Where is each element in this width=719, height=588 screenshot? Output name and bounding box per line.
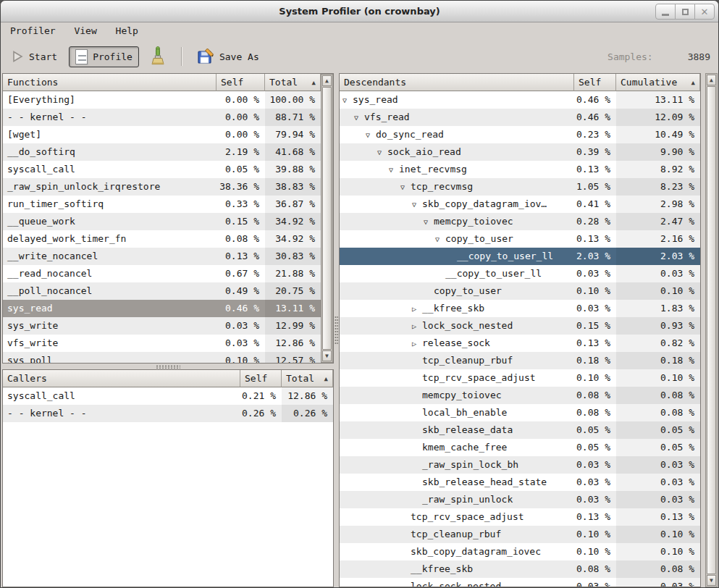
- expander-open-icon[interactable]: ▽: [377, 144, 387, 161]
- tree-row[interactable]: __copy_to_user_ll2.03 %2.03 %: [340, 248, 700, 265]
- tree-row[interactable]: ▽vfs_read0.46 %12.09 %: [340, 109, 700, 126]
- tree-row[interactable]: ▽sys_read0.46 %13.11 %: [340, 91, 700, 109]
- table-row[interactable]: __queue_work0.15 %34.92 %: [3, 213, 321, 230]
- tree-row[interactable]: tcp_cleanup_rbuf0.18 %0.18 %: [340, 352, 700, 369]
- table-row[interactable]: syscall_call0.21 %12.86 %: [3, 387, 333, 405]
- tree-row[interactable]: _raw_spin_unlock0.03 %0.03 %: [340, 491, 700, 508]
- save-as-button[interactable]: Save As: [191, 46, 265, 67]
- tree-row[interactable]: ▽sock_aio_read0.39 %9.90 %: [340, 143, 700, 161]
- tree-row[interactable]: copy_to_user0.10 %0.10 %: [340, 282, 700, 300]
- tree-row[interactable]: local_bh_enable0.08 %0.08 %: [340, 404, 700, 421]
- expander-closed-icon[interactable]: ▷: [412, 318, 422, 335]
- tree-row[interactable]: skb_release_head_state0.03 %0.03 %: [340, 474, 700, 491]
- menu-profiler[interactable]: Profiler: [4, 22, 62, 39]
- expander-closed-icon[interactable]: ▷: [412, 301, 422, 317]
- table-row[interactable]: delayed_work_timer_fn0.08 %34.92 %: [3, 230, 321, 248]
- column-header-self[interactable]: Self: [240, 370, 282, 387]
- row-label: _raw_spin_unlock: [340, 491, 574, 508]
- tree-row[interactable]: ▽tcp_recvmsg1.05 %8.23 %: [340, 178, 700, 196]
- row-self-value: 0.05 %: [216, 161, 265, 178]
- start-button[interactable]: Start: [5, 48, 63, 65]
- scroll-down-button[interactable]: ▼: [707, 575, 716, 586]
- scrollbar-thumb[interactable]: [322, 87, 332, 350]
- tree-row[interactable]: kmem_cache_free0.05 %0.05 %: [340, 439, 700, 456]
- callers-panel: Callers Self Total▲ syscall_call0.21 %12…: [2, 369, 334, 587]
- tree-row[interactable]: ▷lock_sock_nested0.15 %0.93 %: [340, 317, 700, 335]
- table-row[interactable]: sys_read0.46 %13.11 %: [3, 300, 321, 317]
- tree-row[interactable]: ▽skb_copy_datagram_iov…0.41 %2.98 %: [340, 196, 700, 213]
- table-row[interactable]: sys_write0.03 %12.99 %: [3, 317, 321, 335]
- titlebar[interactable]: System Profiler (on crownbay) ✕: [1, 1, 718, 22]
- tree-row[interactable]: __copy_to_user_ll0.03 %0.03 %: [340, 265, 700, 282]
- row-label: skb_copy_datagram_iovec: [340, 543, 574, 560]
- table-row[interactable]: [wget]0.00 %79.94 %: [3, 126, 321, 143]
- expander-open-icon[interactable]: ▽: [424, 214, 434, 230]
- minimize-button[interactable]: [655, 4, 676, 20]
- tree-row[interactable]: __kfree_skb0.08 %0.08 %: [340, 560, 700, 578]
- tree-row[interactable]: ▷__kfree_skb0.03 %1.83 %: [340, 300, 700, 317]
- menu-help[interactable]: Help: [109, 22, 145, 39]
- table-row[interactable]: _raw_spin_unlock_irqrestore38.36 %38.83 …: [3, 178, 321, 196]
- reset-button[interactable]: [143, 44, 172, 69]
- table-row[interactable]: vfs_write0.03 %12.86 %: [3, 335, 321, 352]
- tree-row[interactable]: skb_copy_datagram_iovec0.10 %0.10 %: [340, 543, 700, 560]
- tree-row[interactable]: _raw_spin_lock_bh0.03 %0.03 %: [340, 456, 700, 474]
- maximize-button[interactable]: [675, 4, 695, 20]
- column-header-descendants[interactable]: Descendants: [340, 74, 574, 91]
- table-row[interactable]: __poll_nocancel0.49 %20.75 %: [3, 282, 321, 300]
- expander-open-icon[interactable]: ▽: [412, 196, 422, 213]
- row-cumulative-value: 0.03 %: [616, 474, 700, 491]
- tree-row[interactable]: lock_sock_nested0.03 %0.03 %: [340, 578, 700, 587]
- scroll-up-button[interactable]: ▲: [707, 75, 716, 85]
- menu-view[interactable]: View: [67, 22, 103, 39]
- scroll-down-button[interactable]: ▼: [322, 350, 332, 361]
- descendants-rows: ▽sys_read0.46 %13.11 %▽vfs_read0.46 %12.…: [340, 91, 700, 587]
- horizontal-pane-handle[interactable]: [2, 364, 334, 369]
- column-header-functions[interactable]: Functions: [3, 74, 216, 91]
- tree-row[interactable]: memcpy_toiovec0.08 %0.08 %: [340, 387, 700, 404]
- close-button[interactable]: ✕: [694, 4, 715, 20]
- tree-row[interactable]: skb_release_data0.05 %0.05 %: [340, 421, 700, 439]
- column-header-cumulative[interactable]: Cumulative▲: [616, 74, 700, 91]
- row-cumulative-value: 0.13 %: [616, 508, 700, 526]
- expander-open-icon[interactable]: ▽: [342, 92, 353, 109]
- expander-open-icon[interactable]: ▽: [389, 161, 399, 178]
- row-label: sys_write: [3, 317, 216, 335]
- descendants-scrollbar[interactable]: ▲ ▼: [705, 73, 718, 587]
- profile-button[interactable]: Profile: [69, 46, 139, 67]
- scrollbar-thumb[interactable]: [707, 86, 716, 574]
- expander-open-icon[interactable]: ▽: [366, 127, 376, 143]
- column-header-total[interactable]: Total▲: [282, 370, 333, 387]
- column-header-total[interactable]: Total▲: [265, 74, 321, 91]
- expander-closed-icon[interactable]: ▷: [412, 335, 422, 352]
- row-cumulative-value: 0.08 %: [616, 404, 700, 421]
- table-row[interactable]: - - kernel - -0.26 %0.26 %: [3, 405, 333, 422]
- expander-open-icon[interactable]: ▽: [354, 109, 364, 126]
- vertical-pane-handle[interactable]: [334, 73, 339, 587]
- table-row[interactable]: run_timer_softirq0.33 %36.87 %: [3, 196, 321, 213]
- column-header-callers[interactable]: Callers: [3, 370, 240, 387]
- row-self-value: 0.08 %: [574, 387, 616, 404]
- expander-open-icon[interactable]: ▽: [400, 179, 411, 196]
- scroll-up-button[interactable]: ▲: [322, 75, 332, 86]
- table-row[interactable]: syscall_call0.05 %39.88 %: [3, 161, 321, 178]
- table-row[interactable]: __do_softirq2.19 %41.68 %: [3, 143, 321, 161]
- column-header-self[interactable]: Self: [574, 74, 616, 91]
- table-row[interactable]: [Everything]0.00 %100.00 %: [3, 91, 321, 109]
- table-row[interactable]: __write_nocancel0.13 %30.83 %: [3, 248, 321, 265]
- tree-row[interactable]: tcp_rcv_space_adjust0.13 %0.13 %: [340, 508, 700, 526]
- tree-row[interactable]: ▽copy_to_user0.13 %2.16 %: [340, 230, 700, 248]
- expander-open-icon[interactable]: ▽: [435, 231, 445, 248]
- tree-row[interactable]: tcp_cleanup_rbuf0.10 %0.10 %: [340, 526, 700, 543]
- tree-row[interactable]: ▽memcpy_toiovec0.28 %2.47 %: [340, 213, 700, 230]
- tree-row[interactable]: tcp_rcv_space_adjust0.10 %0.10 %: [340, 369, 700, 387]
- tree-row[interactable]: ▷release_sock0.13 %0.82 %: [340, 335, 700, 352]
- functions-scrollbar[interactable]: ▲ ▼: [321, 74, 333, 363]
- column-header-self[interactable]: Self: [216, 74, 265, 91]
- row-cumulative-value: 9.90 %: [616, 143, 700, 161]
- tree-row[interactable]: ▽inet_recvmsg0.13 %8.92 %: [340, 161, 700, 178]
- table-row[interactable]: - - kernel - -0.00 %88.71 %: [3, 109, 321, 126]
- tree-row[interactable]: ▽do_sync_read0.23 %10.49 %: [340, 126, 700, 143]
- table-row[interactable]: sys_poll0.10 %12.57 %: [3, 352, 321, 363]
- table-row[interactable]: __read_nocancel0.67 %21.88 %: [3, 265, 321, 282]
